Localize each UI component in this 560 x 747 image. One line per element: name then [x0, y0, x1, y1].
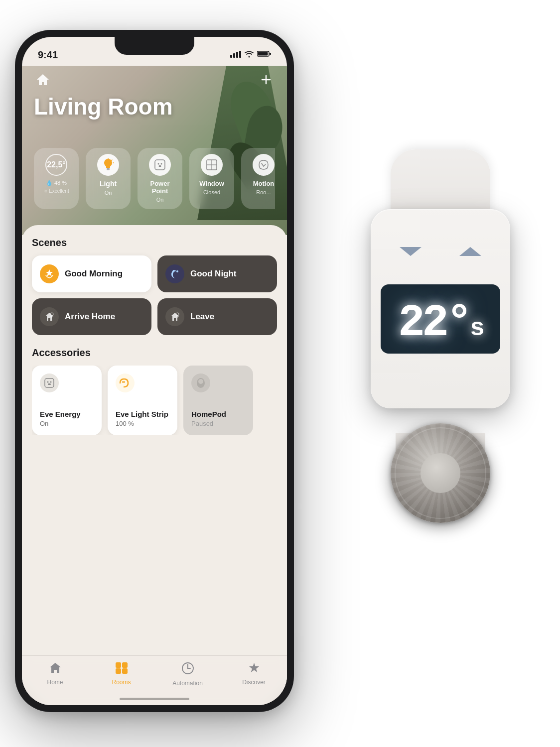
- eve-energy-icon: [40, 374, 59, 392]
- motion-status-value: Motion: [253, 180, 275, 187]
- svg-point-33: [198, 379, 203, 384]
- accessory-eve-light-strip[interactable]: Eve Light Strip 100 %: [108, 366, 177, 435]
- good-night-label: Good Night: [190, 269, 237, 279]
- thermostat-decrease-button[interactable]: [393, 239, 428, 264]
- eve-energy-status: On: [40, 420, 94, 427]
- svg-rect-3: [239, 51, 241, 58]
- battery-icon: [257, 50, 271, 59]
- add-accessory-icon[interactable]: [257, 71, 275, 89]
- good-morning-icon: [40, 264, 59, 283]
- home-nav-icon[interactable]: [34, 71, 52, 89]
- arrive-home-label: Arrive Home: [65, 312, 115, 322]
- scenes-grid: Good Morning Good Night: [32, 255, 277, 335]
- eve-energy-info: Eve Energy On: [40, 406, 94, 427]
- tab-discover-icon: [248, 662, 261, 677]
- thermostat-body: 22°s: [371, 209, 510, 408]
- room-title: Living Room: [34, 93, 173, 120]
- scene-good-morning[interactable]: Good Morning: [32, 255, 151, 292]
- svg-rect-27: [45, 378, 54, 387]
- page-wrapper: 9:41: [0, 0, 560, 747]
- good-night-icon: [165, 264, 184, 283]
- sensor-tile-power[interactable]: Power Point On: [138, 148, 182, 209]
- sensor-tile-motion[interactable]: Motion Roo...: [241, 148, 275, 209]
- tab-home[interactable]: Home: [35, 662, 75, 686]
- accessories-grid: Eve Energy On: [32, 366, 277, 435]
- sensor-row: 22,5° 💧 48 % ≋ Excellent: [34, 148, 275, 209]
- tab-automation-label: Automation: [172, 680, 203, 687]
- tab-discover[interactable]: Discover: [234, 662, 274, 686]
- tab-home-label: Home: [47, 679, 63, 686]
- svg-rect-37: [122, 668, 128, 674]
- svg-rect-9: [107, 169, 110, 170]
- svg-rect-36: [116, 668, 121, 674]
- wifi-icon: [244, 50, 254, 60]
- content-area: Scenes Good Morning: [22, 225, 287, 665]
- humidity-value: 💧 48 %: [46, 180, 67, 186]
- app-content: Living Room 22,5° 💧 48 % ≋ Excellent: [22, 66, 287, 705]
- sensor-tile-window[interactable]: Window Closed: [189, 148, 234, 209]
- svg-point-15: [161, 163, 162, 165]
- scene-leave[interactable]: Leave: [157, 298, 277, 335]
- window-status-value: Window: [199, 180, 224, 187]
- svg-rect-2: [236, 52, 238, 58]
- sensor-tile-light[interactable]: Light On: [86, 148, 131, 209]
- svg-rect-35: [122, 662, 128, 668]
- app-header: [22, 71, 287, 89]
- light-status-value: Light: [100, 180, 117, 188]
- temperature-unit: s: [470, 314, 483, 343]
- arrive-home-icon: [40, 307, 59, 326]
- svg-rect-34: [116, 662, 121, 668]
- thermostat-increase-button[interactable]: [453, 239, 488, 264]
- leave-icon: [165, 307, 184, 326]
- power-status-value: Power Point: [144, 180, 175, 195]
- signal-icon: [230, 51, 241, 59]
- knob-inner: [420, 453, 460, 493]
- status-icons: [230, 50, 271, 60]
- svg-point-28: [47, 381, 49, 383]
- svg-point-14: [158, 163, 159, 165]
- thermostat-device: 22°s: [351, 149, 530, 523]
- sensor-tile-temperature[interactable]: 22,5° 💧 48 % ≋ Excellent: [34, 148, 79, 209]
- eve-light-strip-icon: [116, 374, 135, 392]
- light-icon: [97, 154, 119, 176]
- phone-notch: [115, 37, 194, 55]
- svg-point-4: [249, 56, 250, 57]
- scenes-section-title: Scenes: [32, 237, 277, 249]
- svg-rect-16: [159, 165, 161, 167]
- svg-line-11: [112, 160, 112, 160]
- svg-rect-7: [258, 52, 268, 56]
- chevron-down-icon: [400, 247, 421, 256]
- power-icon: [149, 154, 171, 176]
- svg-point-29: [50, 381, 52, 383]
- homepod-name: HomePod: [191, 410, 245, 419]
- tab-rooms[interactable]: Rooms: [102, 662, 141, 686]
- phone-screen: 9:41: [22, 37, 287, 705]
- scene-arrive-home[interactable]: Arrive Home: [32, 298, 151, 335]
- accessory-homepod[interactable]: HomePod Paused: [183, 366, 253, 435]
- good-morning-label: Good Morning: [65, 269, 123, 279]
- homepod-info: HomePod Paused: [191, 406, 245, 427]
- scene-good-night[interactable]: Good Night: [157, 255, 277, 292]
- tab-automation-icon: [181, 662, 194, 678]
- eve-light-strip-name: Eve Light Strip: [116, 410, 169, 419]
- eve-light-strip-info: Eve Light Strip 100 %: [116, 406, 169, 427]
- temperature-icon: 22,5°: [45, 154, 67, 176]
- svg-rect-8: [107, 168, 110, 169]
- power-status-label: On: [156, 197, 164, 203]
- accessories-section-title: Accessories: [32, 347, 277, 359]
- home-indicator: [120, 698, 189, 700]
- thermostat-display: 22°s: [381, 279, 500, 359]
- svg-rect-0: [230, 55, 232, 58]
- thermostat-knob[interactable]: [391, 423, 490, 523]
- light-status-label: On: [105, 190, 112, 196]
- accessory-eve-energy[interactable]: Eve Energy On: [32, 366, 102, 435]
- window-icon: [201, 154, 223, 176]
- temperature-value: 22°: [398, 298, 470, 349]
- svg-rect-13: [155, 160, 165, 170]
- motion-icon: [253, 154, 275, 176]
- eve-energy-name: Eve Energy: [40, 410, 94, 419]
- tab-home-icon: [49, 662, 62, 677]
- chevron-up-icon: [459, 247, 481, 256]
- tab-automation[interactable]: Automation: [168, 662, 208, 687]
- homepod-status: Paused: [191, 420, 245, 427]
